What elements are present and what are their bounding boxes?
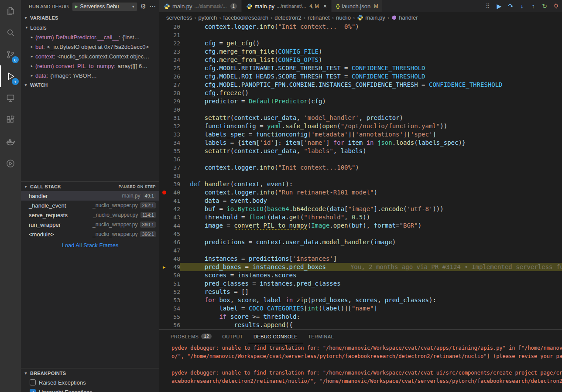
glyph-margin[interactable] xyxy=(159,155,169,164)
continue-icon[interactable]: ▶ xyxy=(495,2,504,10)
line-number[interactable]: 51 xyxy=(169,280,180,288)
line-number[interactable]: 48 xyxy=(169,255,180,263)
line-number[interactable]: 32 xyxy=(169,122,180,130)
glyph-margin[interactable] xyxy=(159,139,169,147)
breadcrumb-item-handler[interactable]: handler xyxy=(391,14,418,21)
call-stack-section-header[interactable]: ▾ CALL STACK PAUSED ON STEP xyxy=(21,181,159,191)
glyph-margin[interactable] xyxy=(159,255,169,263)
line-number[interactable]: 55 xyxy=(169,313,180,321)
close-icon[interactable]: × xyxy=(323,3,327,10)
line-number[interactable]: 31 xyxy=(169,114,180,122)
glyph-margin[interactable] xyxy=(159,313,169,321)
watch-section-header[interactable]: ▾ WATCH xyxy=(21,80,159,90)
line-number[interactable]: 43 xyxy=(169,213,180,222)
line-number[interactable]: 52 xyxy=(169,288,180,296)
line-number[interactable]: 21 xyxy=(169,31,180,39)
locals-scope[interactable]: ▾ Locals xyxy=(21,23,159,32)
code-text[interactable]: instances = predictions['instances'] xyxy=(180,255,562,263)
line-number[interactable]: 41 xyxy=(169,197,180,205)
code-text[interactable] xyxy=(180,246,562,255)
panel-tab-debug-console[interactable]: DEBUG CONSOLE xyxy=(248,330,303,343)
breadcrumb-item-pytorch[interactable]: pytorch xyxy=(199,14,217,21)
code-text[interactable] xyxy=(180,31,562,39)
step-over-icon[interactable]: ↷ xyxy=(506,2,515,10)
gear-icon[interactable]: ⚙ xyxy=(140,3,146,10)
breadcrumb-item-retinanet[interactable]: retinanet xyxy=(308,14,330,21)
glyph-margin[interactable] xyxy=(159,97,169,106)
glyph-margin[interactable] xyxy=(159,304,169,313)
variable-item[interactable]: ▸buf:<_io.BytesIO object at 0x7f5a2dc1ec… xyxy=(21,42,159,51)
code-text[interactable]: labels_spec = functionconfig['metadata']… xyxy=(180,130,562,139)
glyph-margin[interactable] xyxy=(159,213,169,222)
code-text[interactable]: scores = instances.scores xyxy=(180,271,562,280)
breakpoint-icon[interactable] xyxy=(162,191,166,194)
glyph-margin[interactable] xyxy=(159,271,169,280)
line-number[interactable]: 22 xyxy=(169,39,180,48)
run-and-debug-icon[interactable]: 1 xyxy=(0,65,21,87)
glyph-margin[interactable] xyxy=(159,72,169,81)
line-number[interactable]: 34 xyxy=(169,139,180,147)
glyph-margin[interactable] xyxy=(159,288,169,296)
glyph-margin[interactable] xyxy=(159,280,169,288)
load-all-stack-frames-link[interactable]: Load All Stack Frames xyxy=(21,239,159,249)
code-text[interactable] xyxy=(180,172,562,180)
glyph-margin[interactable] xyxy=(159,205,169,213)
glyph-margin[interactable]: ▶ xyxy=(159,263,169,271)
breakpoint-item[interactable]: ✓Uncaught Exceptions xyxy=(21,387,159,392)
code-text[interactable]: for box, score, label in zip(pred_boxes,… xyxy=(180,296,562,304)
code-text[interactable]: cfg.MODEL.RETINANET.SCORE_THRESH_TEST = … xyxy=(180,64,562,72)
code-text[interactable]: cfg.merge_from_list(CONFIG_OPTS) xyxy=(180,56,562,64)
launch-config-dropdown[interactable]: ▶ Serverless Debu ▾ xyxy=(72,2,137,11)
line-number[interactable]: 28 xyxy=(169,89,180,97)
code-text[interactable]: cfg = get_cfg() xyxy=(180,39,562,48)
code-text[interactable]: labels = {item['id']: item['name'] for i… xyxy=(180,139,562,147)
line-number[interactable]: 53 xyxy=(169,296,180,304)
code-text[interactable]: image = convert_PIL_to_numpy(Image.open(… xyxy=(180,222,562,230)
line-number[interactable]: 25 xyxy=(169,64,180,72)
stack-frame[interactable]: serve_requests_nuclio_wrapper.py114:1 xyxy=(21,210,159,220)
glyph-margin[interactable] xyxy=(159,230,169,238)
extensions-icon[interactable] xyxy=(0,109,21,131)
code-text[interactable]: context.logger.info("Init context... 0%"… xyxy=(180,23,562,31)
glyph-margin[interactable] xyxy=(159,23,169,31)
checkbox-unchecked[interactable] xyxy=(30,379,36,385)
breadcrumb-item-facebookresearch[interactable]: facebookresearch xyxy=(223,14,268,21)
code-text[interactable]: if score >= threshold: xyxy=(180,313,562,321)
glyph-margin[interactable] xyxy=(159,147,169,155)
explorer-icon[interactable] xyxy=(0,0,21,22)
variable-item[interactable]: ▸(return) DefaultPredictor.__call__:{'in… xyxy=(21,32,159,42)
code-text[interactable]: cfg.merge_from_file(CONFIG_FILE) xyxy=(180,48,562,56)
glyph-margin[interactable] xyxy=(159,222,169,230)
tab-main.py[interactable]: main.py.../retinanet/...4, M× xyxy=(242,0,332,12)
code-text[interactable] xyxy=(180,230,562,238)
code-text[interactable]: setattr(context.user_data, 'model_handle… xyxy=(180,114,562,122)
run-panel-icon[interactable] xyxy=(0,153,21,174)
code-text[interactable]: setattr(context.user_data, "labels", lab… xyxy=(180,147,562,155)
line-number[interactable]: 39 xyxy=(169,180,180,188)
line-number[interactable]: 30 xyxy=(169,106,180,114)
restart-icon[interactable]: ↻ xyxy=(540,2,549,10)
glyph-margin[interactable] xyxy=(159,130,169,139)
glyph-margin[interactable] xyxy=(159,180,169,188)
glyph-margin[interactable] xyxy=(159,172,169,180)
glyph-margin[interactable] xyxy=(159,81,169,89)
code-text[interactable]: context.logger.info("Init context...100%… xyxy=(180,164,562,172)
glyph-margin[interactable] xyxy=(159,106,169,114)
stack-frame[interactable]: <module>_nuclio_wrapper.py366:1 xyxy=(21,229,159,239)
line-number[interactable]: 54 xyxy=(169,304,180,313)
stack-frame[interactable]: run_wrapper_nuclio_wrapper.py360:1 xyxy=(21,220,159,229)
remote-explorer-icon[interactable] xyxy=(0,87,21,109)
variable-item[interactable]: ▸(return) convert_PIL_to_numpy:array([[[… xyxy=(21,61,159,71)
breadcrumb-item-nuclio[interactable]: nuclio xyxy=(336,14,351,21)
checkbox-checked[interactable]: ✓ xyxy=(30,389,36,392)
glyph-margin[interactable] xyxy=(159,31,169,39)
code-text[interactable]: cfg.MODEL.ROI_HEADS.SCORE_THRESH_TEST = … xyxy=(180,72,562,81)
code-text[interactable]: cfg.freeze() xyxy=(180,89,562,97)
glyph-margin[interactable] xyxy=(159,89,169,97)
breadcrumb-item-serverless[interactable]: serverless xyxy=(166,14,192,21)
variables-section-header[interactable]: ▾ VARIABLES xyxy=(21,13,159,23)
line-number[interactable]: 40 xyxy=(169,188,180,197)
line-number[interactable]: 29 xyxy=(169,97,180,106)
glyph-margin[interactable] xyxy=(159,188,169,197)
line-number[interactable]: 36 xyxy=(169,155,180,164)
